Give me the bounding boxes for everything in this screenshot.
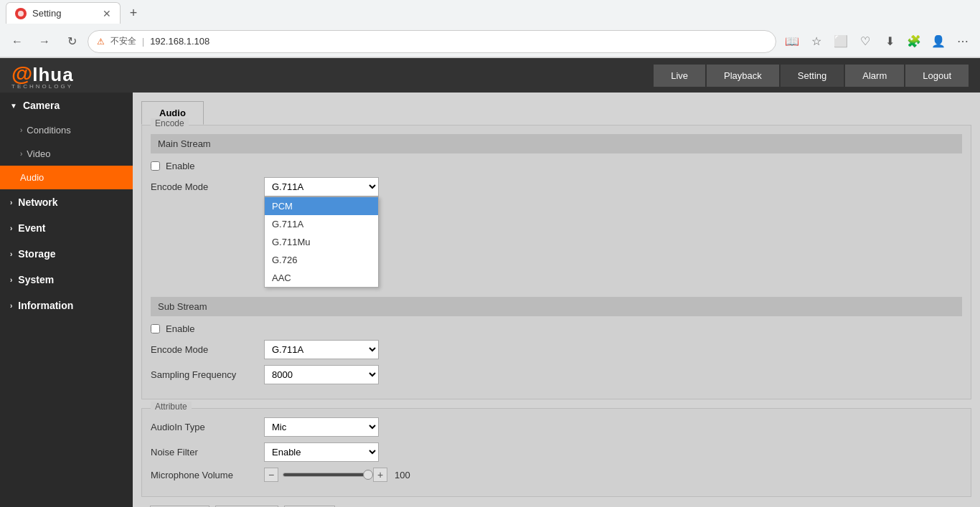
security-warning: ⚠ [97,37,105,47]
sub-enable-label: Enable [166,323,194,334]
conditions-arrow-icon: › [20,126,22,134]
sidebar-camera-label: Camera [23,100,60,111]
bookmark-icon[interactable]: ☆ [805,30,828,53]
sidebar-storage-header[interactable]: › Storage [0,241,133,267]
dropdown-item-aac[interactable]: AAC [265,269,378,287]
encode-mode-dropdown-container: PCM G.711A G.711Mu G.726 AAC PCM G.711A … [264,177,379,196]
sub-enable-row: Enable [151,323,962,334]
video-arrow-icon: › [20,150,22,158]
download-icon[interactable]: ⬇ [878,30,901,53]
camera-expand-icon: ▼ [10,102,17,110]
dropdown-item-g726[interactable]: G.726 [265,251,378,269]
slider-thumb[interactable] [363,470,373,480]
more-options-icon[interactable]: ⋯ [951,30,974,53]
nav-logout-button[interactable]: Logout [905,65,969,87]
tab-close-button[interactable]: ✕ [103,8,111,19]
main-enable-label: Enable [166,161,194,171]
sidebar-item-video[interactable]: › Video [0,142,133,166]
split-view-icon[interactable]: ⬜ [829,30,852,53]
slider-fill [283,473,368,476]
attribute-section-label: Attribute [151,402,192,412]
network-expand-icon: › [10,199,12,207]
sub-sampling-freq-row: Sampling Frequency 8000 [151,365,962,384]
nav-setting-button[interactable]: Setting [781,65,844,87]
sub-encode-mode-row: Encode Mode G.711A PCM G.711Mu G.726 AAC [151,340,962,359]
logo-subtitle: TECHNOLOGY [11,83,74,90]
audioin-type-label: AudioIn Type [151,422,258,432]
browser-tab[interactable]: Setting ✕ [6,2,121,24]
dropdown-item-g711mu[interactable]: G.711Mu [265,233,378,251]
svg-point-0 [18,11,24,16]
main-encode-mode-select[interactable]: PCM G.711A G.711Mu G.726 AAC [264,177,379,196]
forward-button[interactable]: → [33,30,56,53]
sidebar-system-header[interactable]: › System [0,267,133,293]
slider-increase-button[interactable]: + [373,468,387,482]
favorites-icon[interactable]: ♡ [854,30,877,53]
profile-icon[interactable]: 👤 [927,30,950,53]
page-tabs: Audio [141,101,971,125]
new-tab-button[interactable]: + [123,3,143,23]
encode-section-label: Encode [151,118,189,128]
reader-mode-icon[interactable]: 📖 [781,30,804,53]
sidebar-camera-header[interactable]: ▼ Camera [0,93,133,118]
sub-sampling-freq-select[interactable]: 8000 [264,365,379,384]
noise-filter-label: Noise Filter [151,447,258,458]
nav-alarm-button[interactable]: Alarm [845,65,904,87]
logo-name: lhua [32,64,73,86]
main-enable-row: Enable [151,161,962,171]
warning-text: 不安全 [110,35,136,47]
refresh-browser-button[interactable]: ↻ [60,30,83,53]
sub-sampling-freq-label: Sampling Frequency [151,369,258,380]
encode-section: Encode Main Stream Enable Encode Mode PC… [141,125,971,399]
content-area: Audio Encode Main Stream Enable Encode M… [133,93,980,507]
sidebar-video-label: Video [27,148,50,159]
slider-track [283,473,369,477]
slider-value-display: 100 [395,470,410,480]
mic-volume-row: Microphone Volume − + 100 [151,468,962,482]
sidebar-conditions-label: Conditions [27,125,70,136]
nav-live-button[interactable]: Live [654,65,705,87]
bottom-buttons: Default Refresh Save [141,497,971,507]
noise-filter-row: Noise Filter Enable Disable [151,442,962,462]
encode-mode-dropdown-menu: PCM G.711A G.711Mu G.726 AAC [264,196,379,288]
event-expand-icon: › [10,224,12,232]
url-separator: | [142,37,144,47]
sidebar-information-label: Information [18,300,73,311]
address-bar[interactable]: ⚠ 不安全 | 192.168.1.108 [88,30,776,53]
attribute-section: Attribute AudioIn Type Mic LineIn Noise … [141,408,971,497]
dropdown-item-g711a[interactable]: G.711A [265,215,378,233]
sidebar-network-header[interactable]: › Network [0,189,133,215]
noise-filter-select[interactable]: Enable Disable [264,442,379,462]
sidebar-network-label: Network [18,196,57,208]
storage-expand-icon: › [10,250,12,258]
sidebar-storage-label: Storage [18,248,55,260]
sidebar-information-header[interactable]: › Information [0,293,133,318]
sidebar-item-audio[interactable]: Audio [0,166,133,189]
dropdown-item-pcm[interactable]: PCM [265,197,378,215]
browser-extension-icon[interactable]: 🧩 [903,30,925,53]
main-encode-mode-row: Encode Mode PCM G.711A G.711Mu G.726 AAC… [151,177,962,196]
sub-encode-mode-select[interactable]: G.711A PCM G.711Mu G.726 AAC [264,340,379,359]
system-expand-icon: › [10,276,12,284]
sidebar-audio-label: Audio [20,172,44,183]
sidebar: ▼ Camera › Conditions › Video Audio › Ne… [0,93,133,507]
sidebar-item-conditions[interactable]: › Conditions [0,118,133,142]
sidebar-event-label: Event [18,222,45,234]
sidebar-event-header[interactable]: › Event [0,215,133,241]
tab-favicon [15,8,27,19]
audioin-type-row: AudioIn Type Mic LineIn [151,417,962,437]
slider-decrease-button[interactable]: − [264,468,278,482]
information-expand-icon: › [10,302,12,310]
url-text: 192.168.1.108 [150,36,209,47]
sub-encode-mode-label: Encode Mode [151,344,258,355]
mic-volume-label: Microphone Volume [151,470,258,480]
nav-playback-button[interactable]: Playback [707,65,779,87]
logo: @ lhua TECHNOLOGY [11,62,74,90]
mic-volume-slider-row: − + 100 [264,468,410,482]
main-stream-header: Main Stream [151,134,962,153]
audioin-type-select[interactable]: Mic LineIn [264,417,379,437]
sub-enable-checkbox[interactable] [151,324,160,333]
logo-at-symbol: @ [11,62,32,86]
back-button[interactable]: ← [6,30,29,53]
main-enable-checkbox[interactable] [151,161,160,171]
